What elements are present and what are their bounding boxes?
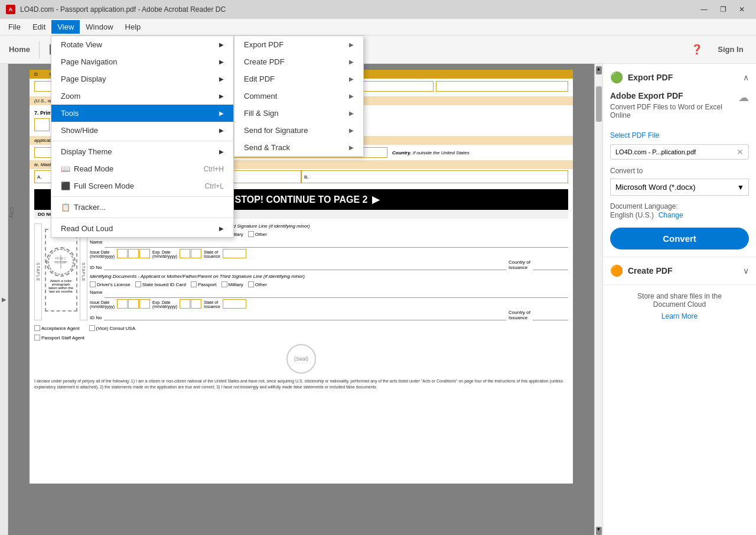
zoom-arrow: ▶ (219, 93, 224, 99)
view-menu-sep-1 (51, 141, 233, 141)
fill-sign-sub-arrow: ▶ (349, 110, 354, 116)
create-pdf-title: 🟠 Create PDF (610, 264, 672, 277)
sign-in-button[interactable]: Sign In (710, 39, 751, 60)
create-pdf-icon: 🟠 (610, 264, 623, 277)
adobe-export-title: Adobe Export PDF (610, 91, 738, 100)
agent-section: Acceptance Agent (Vice) Consul USA (30, 323, 573, 333)
menu-bar: File Edit View Window Help (0, 19, 756, 35)
id-section-title-2: Identifying Documents - Applicant or Mot… (90, 274, 568, 279)
create-pdf-chevron: ∨ (743, 266, 749, 275)
minimize-button[interactable]: — (696, 4, 712, 15)
menu-read-mode[interactable]: 📖 Read Mode Ctrl+H (51, 160, 233, 177)
export-pdf-chevron: ∧ (743, 73, 749, 82)
sidebar-toggle[interactable]: ▶ (2, 296, 6, 303)
export-pdf-title: 🟢 Export PDF (610, 71, 673, 84)
cloud-icon: ☁ (738, 91, 749, 104)
tools-create-pdf[interactable]: Create PDF ▶ (234, 53, 363, 70)
full-screen-icon: ⬛ (61, 181, 70, 190)
passport-staff: Passport Staff Agent (30, 333, 573, 342)
adobe-export-sub: Convert PDF Files to Word or Excel Onlin… (610, 103, 738, 119)
read-loud-arrow: ▶ (219, 225, 224, 232)
doc-lang-label: Document Language: (610, 202, 678, 210)
change-language-link[interactable]: Change (659, 211, 683, 219)
export-pdf-header[interactable]: 🟢 Export PDF ∧ (610, 71, 749, 84)
doc-lang-value: English (U.S.) (610, 211, 654, 219)
select-pdf-link[interactable]: Select PDF File (610, 131, 749, 140)
id-date-row-2: Issue Date(mm/dd/yyyy) Exp. Date(mm/dd/y… (90, 299, 568, 309)
tools-send-signature[interactable]: Send for Signature ▶ (234, 122, 363, 139)
create-pdf-header[interactable]: 🟠 Create PDF ∨ (610, 264, 749, 277)
create-sub-arrow: ▶ (349, 59, 354, 65)
size-label: 2" x 2" FROM 1" TO 1 3/8" (43, 223, 79, 320)
pdf-form-right: Identifying Documents - Applicant or Mot… (90, 223, 568, 320)
scroll-thumb[interactable] (596, 86, 602, 122)
menu-zoom[interactable]: Zoom ▶ (51, 87, 233, 105)
full-screen-shortcut: Ctrl+L (205, 182, 224, 190)
vertical-scrollbar[interactable]: ▲ ▼ (594, 64, 602, 535)
edit-sub-arrow: ▶ (349, 76, 354, 82)
photo-caption: Attach a color photographtaken within th… (46, 279, 76, 293)
menu-read-out-loud[interactable]: Read Out Loud ▶ (51, 220, 233, 237)
tools-edit-pdf[interactable]: Edit PDF ▶ (234, 70, 363, 87)
menu-view[interactable]: View (51, 20, 80, 34)
create-pdf-section: 🟠 Create PDF ∨ (603, 257, 756, 285)
adobe-export-content: Adobe Export PDF Convert PDF Files to Wo… (610, 91, 749, 249)
menu-rotate-view[interactable]: Rotate View ▶ (51, 36, 233, 53)
file-name: LO4D.com - P...plication.pdf (615, 148, 696, 155)
staple-label-left: STAPLE (34, 223, 42, 320)
show-hide-arrow: ▶ (219, 127, 224, 134)
comment-sub-arrow: ▶ (349, 93, 354, 99)
left-sidebar: ▶ (0, 64, 8, 535)
title-bar: A LO4D.com - Passport application.pdf - … (0, 0, 756, 19)
toolbar-separator-1 (39, 41, 40, 58)
help-button[interactable]: ❓ (686, 39, 708, 60)
tools-comment[interactable]: Comment ▶ (234, 87, 363, 105)
pdf-left-col: STAPLE 2" x 2" FROM 1" TO 1 3/8" (34, 223, 87, 320)
display-theme-arrow: ▶ (219, 148, 224, 155)
convert-format-select[interactable]: Microsoft Word (*.docx) Microsoft Excel … (610, 179, 749, 196)
menu-window[interactable]: Window (80, 20, 119, 34)
menu-help[interactable]: Help (119, 20, 147, 34)
view-menu-sep-2 (51, 196, 233, 197)
menu-page-navigation[interactable]: Page Navigation ▶ (51, 53, 233, 70)
remove-file-button[interactable]: ✕ (737, 147, 744, 157)
menu-full-screen[interactable]: ⬛ Full Screen Mode Ctrl+L (51, 177, 233, 194)
app-logo: A (6, 5, 15, 14)
tools-submenu-dropdown: Export PDF ▶ Create PDF ▶ Edit PDF ▶ Com… (234, 35, 364, 157)
menu-tools[interactable]: Tools ▶ (51, 105, 233, 122)
tools-fill-sign[interactable]: Fill & Sign ▶ (234, 105, 363, 122)
right-panel: 🟢 Export PDF ∧ Adobe Export PDF Convert … (602, 64, 756, 535)
page-side-label: City (9, 207, 15, 219)
convert-button[interactable]: Convert (610, 228, 749, 249)
declaration-text: I declare under penalty of perjury all o… (30, 376, 573, 393)
id-idno-row-1: ID No Country ofIssuance (90, 260, 568, 270)
send-track-sub-arrow: ▶ (349, 144, 354, 151)
doc-language-section: Document Language: English (U.S.) Change (610, 202, 749, 219)
window-controls: — ❐ ✕ (696, 4, 750, 15)
close-button[interactable]: ✕ (734, 4, 750, 15)
tools-export-pdf[interactable]: Export PDF ▶ (234, 36, 363, 53)
menu-display-theme[interactable]: Display Theme ▶ (51, 143, 233, 160)
tools-send-track[interactable]: Send & Track ▶ (234, 139, 363, 156)
menu-page-display[interactable]: Page Display ▶ (51, 70, 233, 87)
home-button[interactable]: Home (5, 39, 34, 60)
seal-area: (Seal) (30, 342, 573, 376)
tracker-icon: 📋 (61, 203, 70, 212)
restore-button[interactable]: ❐ (715, 4, 731, 15)
export-sub-arrow: ▶ (349, 41, 354, 48)
menu-edit[interactable]: Edit (27, 20, 51, 34)
view-menu-sep-3 (51, 218, 233, 218)
title-bar-left: A LO4D.com - Passport application.pdf - … (6, 5, 226, 14)
send-sig-sub-arrow: ▶ (349, 127, 354, 134)
learn-more-link[interactable]: Learn More (662, 312, 698, 320)
cloud-text: Store and share files in theDocument Clo… (610, 292, 749, 309)
id-name-row-1: Name (90, 239, 568, 248)
menu-show-hide[interactable]: Show/Hide ▶ (51, 122, 233, 139)
menu-tracker[interactable]: 📋 Tracker... (51, 199, 233, 216)
menu-file[interactable]: File (2, 20, 27, 34)
id-checkboxes-2: Driver's License State Issued ID Card Pa… (90, 281, 568, 287)
cloud-section: Store and share files in theDocument Clo… (603, 285, 756, 328)
tools-arrow: ▶ (219, 110, 224, 116)
convert-select-wrapper: Microsoft Word (*.docx) Microsoft Excel … (610, 179, 749, 196)
read-mode-shortcut: Ctrl+H (204, 165, 224, 173)
